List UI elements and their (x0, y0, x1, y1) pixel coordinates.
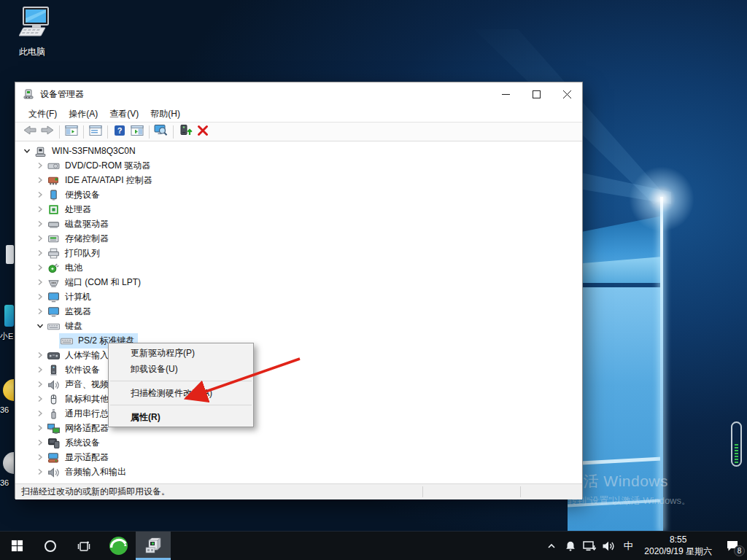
ctx-scan-hardware[interactable]: 扫描检测硬件改动(A) (109, 385, 253, 401)
tree-item[interactable]: 打印队列 (15, 246, 582, 260)
tray-notifications[interactable] (561, 532, 580, 560)
tree-item[interactable]: 键盘 (15, 319, 582, 333)
desktop-icon-fragment[interactable]: 36 (0, 452, 14, 487)
menu-item-2[interactable]: 查看(V) (104, 106, 144, 122)
tree-item[interactable]: 电池 (15, 260, 582, 275)
update-driver-button[interactable] (177, 123, 194, 140)
tree-item[interactable]: WIN-S3FNM8Q3C0N (15, 144, 582, 158)
tree-item-label: 打印队列 (63, 246, 102, 260)
desktop-icon-fragment[interactable] (0, 244, 14, 270)
watermark-title: 激活 Windows (568, 471, 691, 491)
menu-item-1[interactable]: 操作(A) (63, 106, 104, 122)
performance-fill (735, 444, 738, 463)
chevron-right-icon[interactable] (34, 203, 46, 215)
properties-button[interactable] (87, 123, 104, 140)
scan-hardware-changes-button[interactable] (152, 123, 170, 140)
close-button[interactable] (551, 82, 582, 106)
tree-item[interactable]: 系统设备 (15, 435, 582, 450)
tree-item[interactable]: 磁盘驱动器 (15, 217, 582, 231)
show-console-tree-button[interactable] (63, 123, 80, 140)
maximize-button[interactable] (521, 82, 551, 106)
task-view-button[interactable] (67, 532, 101, 560)
chevron-right-icon[interactable] (34, 160, 46, 171)
show-action-pane-button[interactable] (128, 123, 146, 140)
chevron-right-icon[interactable] (34, 422, 46, 434)
tree-item[interactable]: 便携设备 (15, 187, 582, 202)
uninstall-device-button[interactable] (194, 123, 212, 140)
tree-item-label: 网络适配器 (63, 421, 111, 435)
ctx-uninstall-device[interactable]: 卸载设备(U) (109, 361, 253, 377)
device-manager-taskbar-icon (143, 537, 163, 556)
desktop-icon-this-pc[interactable]: 此电脑 (9, 6, 55, 58)
tree-item[interactable]: 声音、视频 (15, 377, 582, 392)
desktop-icon-fragment[interactable]: 小E (0, 305, 14, 342)
menu-item-0[interactable]: 文件(F) (23, 106, 63, 122)
tray-chevron-up[interactable] (542, 532, 561, 560)
tree-item[interactable]: 音频输入和输出 (15, 464, 582, 479)
tree-item[interactable]: IDE ATA/ATAPI 控制器 (15, 173, 582, 187)
desktop-icon-fragment[interactable]: 36 (0, 379, 14, 414)
search-button[interactable] (34, 532, 67, 560)
ctx-update-driver[interactable]: 更新驱动程序(P) (109, 345, 253, 361)
performance-widget[interactable] (731, 421, 742, 467)
tree-item[interactable]: DVD/CD-ROM 驱动器 (15, 158, 582, 173)
tree-item[interactable]: 人体学输入 (15, 348, 582, 362)
chevron-right-icon[interactable] (34, 247, 46, 259)
menu-item-3[interactable]: 帮助(H) (144, 106, 186, 122)
toolbar-separator (83, 125, 84, 139)
tree-item[interactable]: 鼠标和其他 (15, 392, 582, 406)
back-button[interactable] (21, 123, 39, 140)
notification-badge: 8 (734, 545, 745, 556)
chevron-right-icon[interactable] (34, 378, 46, 390)
chevron-down-icon[interactable] (34, 320, 46, 332)
tree-item[interactable]: 处理器 (15, 202, 582, 217)
port-icon (47, 277, 60, 288)
chevron-down-icon[interactable] (21, 145, 33, 157)
tree-item[interactable]: 网络适配器 (15, 421, 582, 435)
tree-item-label: WIN-S3FNM8Q3C0N (50, 145, 138, 157)
chevron-right-icon[interactable] (34, 437, 46, 448)
tree-item[interactable]: 端口 (COM 和 LPT) (15, 275, 582, 289)
display-icon (47, 452, 60, 463)
ime-indicator[interactable]: 中 (618, 540, 638, 553)
tree-item[interactable]: 显示适配器 (15, 450, 582, 464)
chevron-right-icon[interactable] (34, 408, 46, 419)
chevron-right-icon[interactable] (34, 466, 46, 478)
chevron-right-icon[interactable] (34, 451, 46, 463)
help-button[interactable]: ? (111, 123, 128, 140)
chevron-right-icon[interactable] (34, 218, 46, 230)
taskbar-clock[interactable]: 8:55 2020/9/19 星期六 (638, 534, 718, 557)
tree-item[interactable]: 软件设备 (15, 362, 582, 377)
chevron-right-icon[interactable] (34, 189, 46, 201)
mouse-icon (47, 394, 60, 405)
usb-icon (47, 408, 60, 419)
chevron-right-icon[interactable] (34, 306, 46, 317)
tree-item-label: 监视器 (63, 305, 93, 319)
chevron-right-icon[interactable] (34, 262, 46, 273)
chevron-right-icon[interactable] (34, 349, 46, 361)
tree-item[interactable]: 计算机 (15, 289, 582, 304)
taskbar-app-browser[interactable] (101, 532, 136, 560)
start-button[interactable] (0, 532, 34, 560)
close-icon (563, 90, 571, 98)
chevron-right-icon[interactable] (34, 233, 46, 244)
title-bar[interactable]: 设备管理器 (15, 82, 582, 106)
tree-item[interactable]: PS/2 标准键盘 (15, 333, 582, 348)
taskbar-app-device-manager[interactable] (136, 532, 171, 560)
ctx-properties[interactable]: 属性(R) (109, 409, 253, 425)
tree-item[interactable]: 监视器 (15, 304, 582, 319)
tree-item[interactable]: 存储控制器 (15, 231, 582, 246)
chevron-right-icon[interactable] (34, 291, 46, 303)
tray-volume[interactable] (599, 532, 618, 560)
forward-button[interactable] (39, 123, 56, 140)
tree-item-label: 系统设备 (63, 436, 102, 450)
action-center-button[interactable]: 8 (718, 532, 747, 560)
chevron-right-icon[interactable] (34, 174, 46, 186)
minimize-button[interactable] (490, 82, 521, 106)
chevron-right-icon[interactable] (34, 276, 46, 288)
tray-network[interactable] (580, 532, 599, 560)
battery-icon (47, 262, 60, 273)
tree-item[interactable]: 通用串行总 (15, 406, 582, 421)
chevron-right-icon[interactable] (34, 364, 46, 376)
chevron-right-icon[interactable] (34, 393, 46, 405)
